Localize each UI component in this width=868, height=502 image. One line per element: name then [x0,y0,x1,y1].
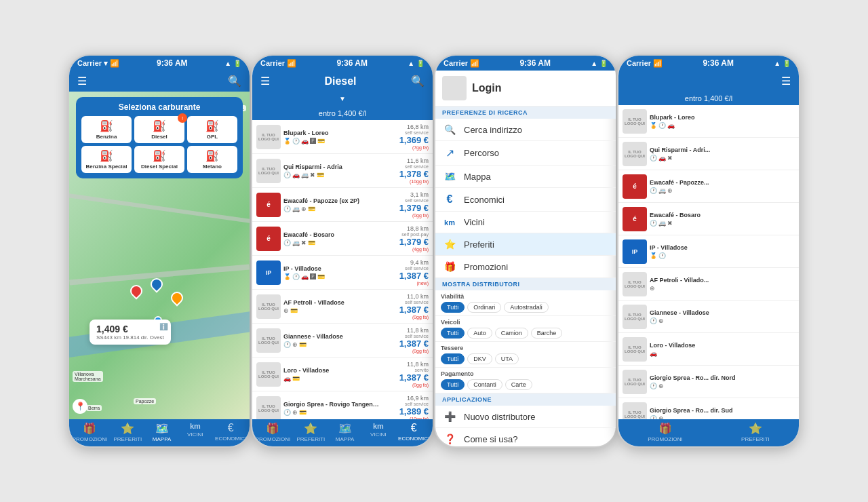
station-row-5[interactable]: IP IP - Villadose 🏅 🕐 🚗 🅿 💳 9,4 km self … [252,256,433,290]
fuel-selector-title: Seleziona carburante [81,102,237,112]
tab-promozioni-4[interactable]: 🎁 PROMOZIONI [648,422,683,442]
station-row-6[interactable]: IL TUO LOGO QUI AF Petroli - Villadose ⊕… [252,290,433,324]
menu-login-title[interactable]: Login [472,82,502,94]
station-right-7: 11,8 km self service 1,387 € (0gg fa) [384,327,429,353]
fuel-btn-diesel[interactable]: ⛽ Diesel ! [134,116,184,143]
tab-economici-1[interactable]: € ECONOMICI [215,422,246,442]
filter-veicoli-buttons: Tutti Auto Camion Barche [441,328,610,339]
filter-btn-uta[interactable]: UTA [495,353,519,364]
s4-row-7[interactable]: IL TUO LOGO QUI Giannese - Villadose 🕐 ⊕ [618,301,799,333]
map-info-bubble[interactable]: 1,409 € SS443 km 19.814 dir. Ovest ℹ️ [90,320,171,345]
station-row-4[interactable]: é Ewacafé - Bosaro 🕐 🚐 ✖ 💳 18,8 km self … [252,222,433,256]
s4-row-8[interactable]: IL TUO LOGO QUI Loro - Villadose 🚗 [618,333,799,366]
filter-btn-carte[interactable]: Carte [505,379,532,390]
menu-avatar [442,76,467,100]
filter-btn-tutti-ve[interactable]: Tutti [441,328,465,339]
stations-list-2[interactable]: IL TUO LOGO QUI Blupark - Loreo 🏅 🕐 🚗 🅿 … [252,120,433,419]
hamburger-icon-2[interactable]: ☰ [260,75,270,88]
fuel-btn-benzspec[interactable]: ⛽ Benzina Special [81,146,132,173]
fuel-btn-benzina[interactable]: ⛽ Benzina [81,116,132,143]
dropdown-indicator[interactable]: ▼ [252,92,433,107]
tab-icon-vicini-1: km [190,422,201,430]
search-icon-2[interactable]: 🔍 [411,75,425,88]
carrier-3: Carrier 📶 [443,59,479,68]
s4-row-3[interactable]: é Ewacafé - Papozze... 🕐 🚐 ⊕ [618,170,799,203]
station-info-7: Giannese - Villadose 🕐 ⊕ 💳 [283,333,382,348]
filter-btn-dkv[interactable]: DKV [467,353,492,364]
tab-mappa-1[interactable]: 🗺️ MAPPA [149,422,176,442]
filter-btn-barche[interactable]: Barche [531,328,563,339]
tab-mappa-2[interactable]: 🗺️ MAPPA [332,422,359,442]
menu-item-preferiti[interactable]: ⭐ Preferiti [435,233,616,256]
fuel-label-gpl: GPL [207,134,218,140]
tab-preferiti-4[interactable]: ⭐ PREFERITI [741,422,770,442]
s4-row-6[interactable]: IL TUO LOGO QUI AF Petroli - Villado... … [618,268,799,301]
map-background[interactable]: Seleziona carburante ⛽ Benzina ⛽ Diesel … [69,92,250,419]
map-pin-3[interactable] [168,289,185,306]
filter-btn-tutti-p[interactable]: Tutti [441,379,465,390]
fuel-btn-diesspec[interactable]: ⛽ Diesel Special [134,146,184,173]
hamburger-icon-1[interactable]: ☰ [77,75,87,88]
station-row-9[interactable]: IL TUO LOGO QUI Giorgio Sprea - Rovigo T… [252,391,433,419]
station-note-3: (0gg fa) [384,213,429,218]
s4-info-10: Giorgio Sprea - Ro... dir. Sud 🕐 ⊕ [650,407,795,420]
gps-button[interactable]: 📍 [73,399,87,414]
tab-promozioni-1[interactable]: 🎁 PROMOZIONI [73,422,108,442]
station-icons-6: ⊕ 💳 [283,307,382,314]
station-row-1[interactable]: IL TUO LOGO QUI Blupark - Loreo 🏅 🕐 🚗 🅿 … [252,120,433,154]
station-name-8: Loro - Villadose [283,367,382,374]
s4-row-1[interactable]: IL TUO LOGO QUI Blupark - Loreo 🏅 🕐 🚗 [618,105,799,138]
menu-item-percorso[interactable]: ↗ Percorso [435,141,616,166]
menu-item-cerca[interactable]: 🔍 Cerca indirizzo [435,119,616,141]
filter-btn-contanti[interactable]: Contanti [467,379,502,390]
fuel-btn-metano[interactable]: ⛽ Metano [187,146,237,173]
station-icons-7: 🕐 ⊕ 💳 [283,341,382,348]
station-logo-2: IL TUO LOGO QUI [256,159,281,183]
s4-logo-2: IL TUO LOGO QUI [623,142,647,166]
tab-preferiti-1[interactable]: ⭐ PREFERITI [113,422,142,442]
tab-economici-2[interactable]: € ECONOMICI [398,422,429,442]
fuel-label-diesel: Diesel [151,134,167,140]
menu-item-come[interactable]: ❓ Come si usa? [435,428,616,446]
hamburger-icon-4[interactable]: ☰ [781,75,791,88]
s4-row-5[interactable]: IP IP - Villadose 🏅 🕐 [618,235,799,268]
menu-item-economici[interactable]: € Economici [435,188,616,212]
station-price-2: 1,378 € [384,169,429,179]
tab-promozioni-2[interactable]: 🎁 PROMOZIONI [256,422,291,442]
s4-row-9[interactable]: IL TUO LOGO QUI Giorgio Sprea - Ro... di… [618,366,799,398]
stations-list-4[interactable]: IL TUO LOGO QUI Blupark - Loreo 🏅 🕐 🚗 IL… [618,105,799,419]
icon-car-2: 🚗 [292,172,300,178]
filter-btn-tutti-v[interactable]: Tutti [441,302,465,313]
time-1: 9:36 AM [157,58,188,68]
menu-item-vicini[interactable]: km Vicini [435,212,616,233]
tab-vicini-2[interactable]: km VICINI [365,422,392,442]
station-right-4: 18,8 km self post-pay 1,379 € (4gg fa) [384,225,429,252]
filter-btn-camion[interactable]: Camion [495,328,528,339]
station-row-8[interactable]: IL TUO LOGO QUI Loro - Villadose 🚗 💳 11,… [252,358,433,391]
filter-btn-autostradali[interactable]: Autostradali [504,302,549,313]
search-icon-1[interactable]: 🔍 [228,75,241,88]
tab-label-pref-4: PREFERITI [741,436,770,442]
filter-btn-tutti-t[interactable]: Tutti [441,353,465,364]
map-pin-1[interactable] [127,282,144,299]
station-right-6: 11,0 km self service 1,387 € (0gg fa) [384,293,429,320]
tab-vicini-1[interactable]: km VICINI [182,422,209,442]
station-price-6: 1,387 € [384,305,429,315]
filter-btn-ordinari[interactable]: Ordinari [467,302,501,313]
s4-name-6: AF Petroli - Villado... [650,277,795,284]
station-row-7[interactable]: IL TUO LOGO QUI Giannese - Villadose 🕐 ⊕… [252,324,433,358]
s4-row-4[interactable]: é Ewacafé - Bosaro 🕐 🚐 ✖ [618,203,799,235]
map-label-berra: Berra [86,405,102,411]
filter-btn-auto[interactable]: Auto [467,328,492,339]
menu-item-nuovo[interactable]: ➕ Nuovo distributore [435,406,616,428]
info-icon[interactable]: ℹ️ [159,323,167,330]
station-row-2[interactable]: IL TUO LOGO QUI Qui Risparmi - Adria 🕐 🚗… [252,154,433,188]
station-row-3[interactable]: é Ewacafé - Papozze (ex 2P) 🕐 🚐 ⊕ 💳 3,1 … [252,188,433,222]
menu-item-mappa[interactable]: 🗺️ Mappa [435,166,616,188]
tab-preferiti-2[interactable]: ⭐ PREFERITI [296,422,325,442]
s4-row-10[interactable]: IL TUO LOGO QUI Giorgio Sprea - Ro... di… [618,398,799,419]
nav-title-2: Diesel [324,75,356,88]
menu-item-promozioni[interactable]: 🎁 Promozioni [435,256,616,278]
fuel-btn-gpl[interactable]: ⛽ GPL [187,116,237,143]
s4-row-2[interactable]: IL TUO LOGO QUI Qui Risparmi - Adri... 🕐… [618,138,799,170]
